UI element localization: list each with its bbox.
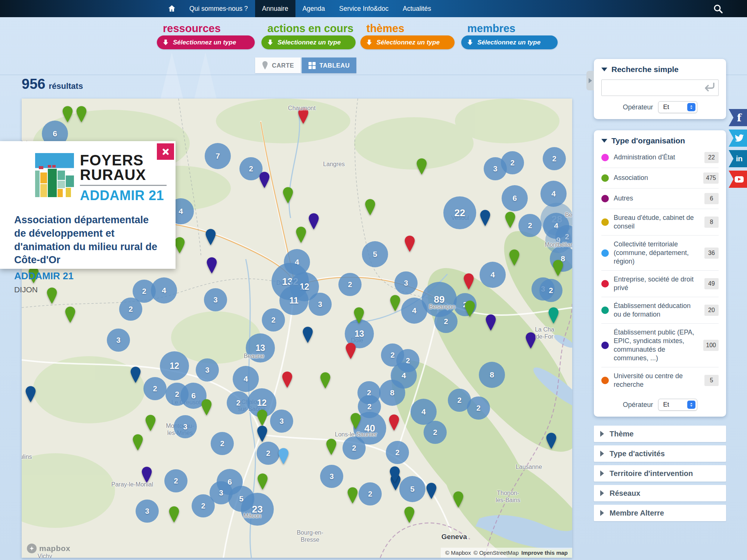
nav-search-button[interactable] — [713, 3, 724, 15]
arrow-down-icon — [162, 39, 169, 46]
org-type-etablissement-public-epa-epic-syndicats-mixtes-communautes-de-communes[interactable]: Établissement public (EPA, EPIC, syndica… — [601, 324, 719, 367]
mapbox-icon — [27, 544, 37, 553]
org-type-count: 6 — [704, 193, 719, 204]
city-label-la-cha-de-for: La Cha de-For — [535, 326, 554, 340]
org-type-etablissement-deducation-ou-de-formation[interactable]: Établissement déducation ou de formation… — [601, 297, 719, 324]
city-label-moulins: Moulins — [22, 453, 32, 460]
filter-actions-en-cours: actions en coursSélectionnez un type — [261, 22, 356, 49]
search-icon — [713, 3, 724, 15]
accordion-reseaux[interactable]: Réseaux — [594, 485, 726, 501]
tableau-view-button[interactable]: TABLEAU — [302, 57, 356, 73]
city-label-macon: Mâcon — [244, 512, 261, 519]
nav-item-service-info-doc[interactable]: Service Info&doc — [332, 0, 396, 17]
city-label-belfort: Belfort — [565, 211, 572, 218]
accordion-theme[interactable]: Thème — [594, 426, 726, 442]
chevron-right-icon — [600, 470, 604, 476]
select-stepper-icon — [687, 401, 695, 409]
search-operator-row: Opérateur Et — [601, 101, 719, 113]
mapbox-logo[interactable]: mapbox — [27, 544, 71, 553]
accordion-membre-alterre[interactable]: Membre Alterre — [594, 505, 726, 521]
accordion-type-d-activites[interactable]: Type d'activités — [594, 445, 726, 462]
nav-item-annuaire[interactable]: Annuaire — [255, 0, 295, 17]
carte-view-button[interactable]: CARTE — [255, 57, 301, 73]
filter-ressources: ressourcesSélectionnez un type — [157, 22, 255, 49]
arrow-down-icon — [467, 39, 474, 46]
org-type-collectivite-territoriale-commune-departement-region[interactable]: Collectivité territoriale (commune, dépa… — [601, 236, 719, 271]
city-label-thonon-les-bains: Thonon- les-Bains — [496, 489, 520, 504]
twitter-link[interactable] — [729, 130, 747, 147]
org-type-label: Établissement public (EPA, EPIC, syndica… — [614, 328, 698, 363]
type-color-dot — [601, 307, 609, 314]
org-type-bureau-d-etude-cabinet-de-conseil[interactable]: Bureau d'étude, cabinet de conseil8 — [601, 209, 719, 236]
osm-attribution-link[interactable]: © OpenStreetMap — [474, 550, 519, 556]
type-color-dot — [601, 377, 609, 384]
results-count: 956 résultats — [22, 76, 83, 92]
table-grid-icon — [309, 62, 316, 69]
city-label-besancon: Besançon — [429, 303, 455, 310]
search-field-wrap — [601, 80, 719, 96]
mapbox-attribution-link[interactable]: © Mapbox — [445, 550, 471, 556]
org-operator-select[interactable]: Et — [658, 399, 697, 411]
chevron-down-icon — [601, 139, 607, 143]
popup-close-button[interactable] — [157, 143, 174, 160]
filter-select-themes[interactable]: Sélectionnez un type — [360, 35, 455, 49]
search-input[interactable] — [601, 80, 719, 96]
type-color-dot — [601, 342, 609, 349]
tableau-label: TABLEAU — [319, 62, 350, 69]
chevron-down-icon — [601, 68, 607, 71]
result-popup-card[interactable]: FOYERS RURAUX ADDAMIR 21 Association dép… — [0, 141, 176, 269]
view-toggle: CARTE TABLEAU — [255, 57, 356, 73]
logo-line1: FOYERS — [80, 153, 167, 168]
accordion-label: Territoire d'intervention — [610, 469, 693, 478]
accordion-territoire-d-intervention[interactable]: Territoire d'intervention — [594, 465, 726, 482]
select-stepper-icon — [687, 103, 695, 111]
org-type-autres[interactable]: Autres6 — [601, 189, 719, 209]
organisation-type-panel: Type d'organisation Administration d'Éta… — [594, 130, 726, 417]
org-type-count: 100 — [703, 340, 719, 351]
accordion-label: Réseaux — [610, 489, 640, 498]
operator-value: Et — [663, 103, 669, 111]
org-type-administration-d-etat[interactable]: Administration d'État22 — [601, 147, 719, 168]
youtube-link[interactable] — [729, 171, 747, 188]
filter-select-membres[interactable]: Sélectionnez un type — [461, 35, 558, 49]
filter-pill-label: Sélectionnez un type — [173, 39, 236, 46]
map-attribution: © Mapbox © OpenStreetMap Improve this ma… — [441, 548, 572, 558]
nav-item-qui-sommes-nous[interactable]: Qui sommes-nous ? — [182, 0, 255, 17]
filter-select-ressources[interactable]: Sélectionnez un type — [157, 35, 255, 49]
org-type-entreprise-societe-de-droit-prive[interactable]: Entreprise, société de droit privé49 — [601, 271, 719, 297]
filter-title-themes: thèmes — [366, 22, 455, 34]
org-type-label: Association — [614, 174, 698, 182]
submit-search-icon[interactable] — [703, 82, 715, 94]
operator-label: Opérateur — [623, 401, 653, 409]
nav-item-agenda[interactable]: Agenda — [295, 0, 332, 17]
results-label: résultats — [49, 81, 83, 91]
org-type-label: Administration d'État — [614, 153, 700, 162]
filter-pill-label: Sélectionnez un type — [278, 39, 341, 46]
nav-item-actualites[interactable]: Actualités — [396, 0, 438, 17]
popup-title: Association départementale de développem… — [14, 214, 161, 267]
simple-search-header[interactable]: Recherche simple — [601, 65, 719, 74]
org-type-association[interactable]: Association475 — [601, 168, 719, 189]
popup-logo: FOYERS RURAUX ADDAMIR 21 — [35, 153, 176, 203]
facebook-link[interactable]: f — [729, 109, 747, 126]
operator-value: Et — [663, 401, 669, 408]
accordion-label: Thème — [610, 430, 633, 438]
facebook-icon: f — [737, 112, 741, 124]
type-color-dot — [601, 218, 609, 226]
organisation-type-header[interactable]: Type d'organisation — [601, 136, 719, 145]
organisation-type-title: Type d'organisation — [611, 136, 685, 145]
search-operator-select[interactable]: Et — [658, 101, 697, 113]
sidebar-collapse-tab[interactable] — [586, 71, 594, 90]
org-type-label: Entreprise, société de droit privé — [614, 275, 700, 292]
filters-sidebar: Recherche simple Opérateur Et — [594, 59, 726, 525]
linkedin-link[interactable]: in — [729, 150, 747, 167]
city-label-beaune: Beaune — [244, 352, 264, 360]
home-button[interactable] — [161, 0, 182, 17]
org-type-count: 22 — [704, 152, 719, 163]
filter-select-actions-en-cours[interactable]: Sélectionnez un type — [261, 35, 356, 49]
org-type-universite-ou-centre-de-recherche[interactable]: Université ou centre de recherche5 — [601, 367, 719, 393]
page: Qui sommes-nous ?AnnuaireAgendaService I… — [0, 0, 747, 560]
org-type-count: 475 — [703, 172, 719, 184]
logo-line3: ADDAMIR 21 — [80, 188, 167, 203]
improve-map-link[interactable]: Improve this map — [521, 550, 568, 556]
